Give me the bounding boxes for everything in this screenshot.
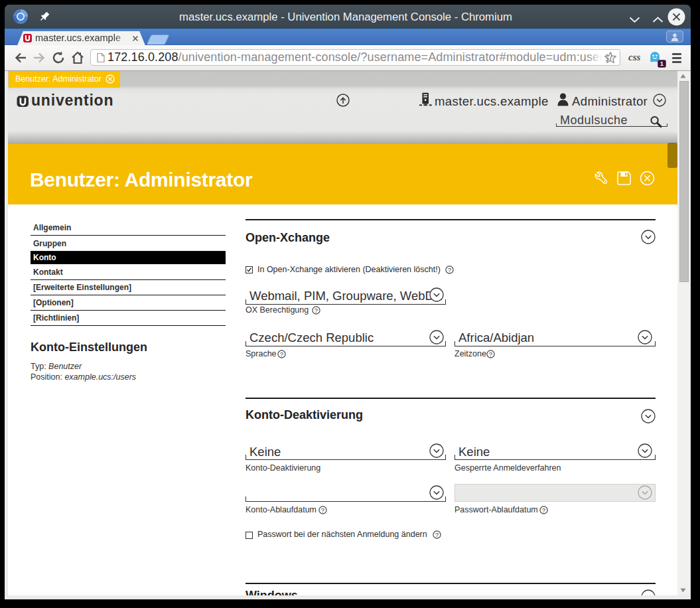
- svg-text:1: 1: [660, 60, 664, 67]
